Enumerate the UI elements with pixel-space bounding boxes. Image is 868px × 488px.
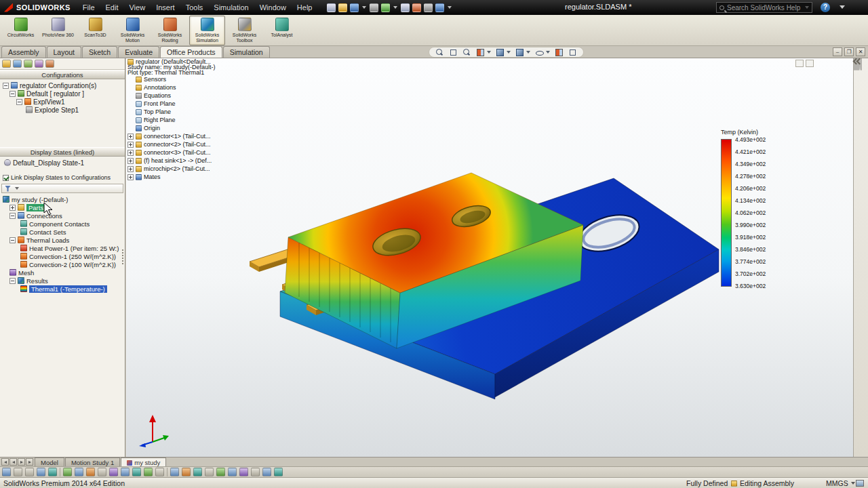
view-orientation-icon[interactable] <box>496 48 505 57</box>
doc-close-button[interactable]: ✕ <box>856 47 865 56</box>
tree-row[interactable]: (f) heat sink<1> -> (Def... <box>127 157 216 165</box>
sim-toolbar-icon[interactable] <box>182 468 191 476</box>
tree-row[interactable]: Right Plane <box>127 116 216 124</box>
study-root-row[interactable]: my study (-Default-) <box>0 195 125 203</box>
expand-icon[interactable] <box>127 142 134 148</box>
tree-row[interactable]: Origin <box>127 124 216 132</box>
sim-toolbar-icon[interactable] <box>193 468 202 476</box>
study-thermal-loads-row[interactable]: Thermal Loads <box>0 236 125 244</box>
search-dropdown-icon[interactable] <box>805 6 809 9</box>
options-dropdown-icon[interactable] <box>448 6 452 9</box>
sim-toolbar-icon[interactable] <box>109 468 118 476</box>
sim-toolbar-icon[interactable] <box>251 468 260 476</box>
sim-toolbar-icon[interactable] <box>121 468 130 476</box>
tab-my-study[interactable]: my study <box>121 458 166 466</box>
sim-toolbar-icon[interactable] <box>98 468 106 476</box>
view-settings-icon[interactable] <box>568 48 577 57</box>
expand-icon[interactable] <box>127 174 134 180</box>
display-style-dropdown-icon[interactable] <box>526 51 530 54</box>
tree-row[interactable]: microchip<2> (Tail-Cut... <box>127 165 216 173</box>
select-icon[interactable] <box>401 3 410 12</box>
collapse-icon[interactable] <box>3 83 9 89</box>
tab-layout[interactable]: Layout <box>47 46 82 58</box>
study-thermal1-row[interactable]: Thermal1 (-Temperature-) <box>0 285 125 293</box>
sim-toolbar-icon[interactable] <box>170 468 179 476</box>
sim-toolbar-icon[interactable] <box>155 468 164 476</box>
sim-toolbar-icon[interactable] <box>25 468 34 476</box>
tree-row[interactable]: Default [ regulator ] <box>0 89 125 98</box>
display-pane-toggle-icon[interactable] <box>795 60 804 67</box>
tab-assembly[interactable]: Assembly <box>1 46 46 58</box>
tree-row[interactable]: Explode Step1 <box>0 106 125 114</box>
section-dropdown-icon[interactable] <box>487 51 491 54</box>
save-dropdown-icon[interactable] <box>362 6 366 9</box>
scroll-right-icon[interactable] <box>18 458 25 466</box>
ribbon-button-tolanalyst[interactable]: TolAnalyst <box>264 16 300 45</box>
ribbon-button-solidworks-motion[interactable]: SolidWorks Motion <box>115 16 151 45</box>
link-display-states-row[interactable]: Link Display States to Configurations <box>0 174 125 182</box>
link-display-states-checkbox[interactable] <box>3 175 9 181</box>
zoom-fit-icon[interactable] <box>435 48 444 57</box>
filter-dropdown-icon[interactable] <box>15 187 19 190</box>
rebuild-icon[interactable] <box>412 3 421 12</box>
sim-toolbar-icon[interactable] <box>205 468 214 476</box>
collapse-icon[interactable] <box>9 278 16 284</box>
tree-row[interactable]: ExplView1 <box>0 98 125 106</box>
status-panel-icon[interactable] <box>856 480 864 487</box>
sim-toolbar-icon[interactable] <box>262 468 271 476</box>
tab-motion-study-1[interactable]: Motion Study 1 <box>65 458 120 466</box>
expand-icon[interactable] <box>127 150 134 156</box>
tab-sketch[interactable]: Sketch <box>82 46 117 58</box>
study-parts-row[interactable]: Parts <box>0 203 125 211</box>
titlebar-chevron-icon[interactable] <box>840 5 845 9</box>
doc-minimize-button[interactable]: – <box>833 47 842 56</box>
tab-simulation[interactable]: Simulation <box>223 46 270 58</box>
tree-filter-bar[interactable] <box>1 184 123 193</box>
menu-file[interactable]: File <box>77 1 100 14</box>
open-icon[interactable] <box>338 3 347 12</box>
tree-row[interactable]: connector<2> (Tail-Cut... <box>127 140 216 148</box>
save-icon[interactable] <box>350 3 359 12</box>
display-state-row[interactable]: Default_Display State-1 <box>0 159 125 167</box>
previous-view-icon[interactable] <box>462 48 471 57</box>
displaymanager-tab-icon[interactable] <box>45 60 54 68</box>
expand-icon[interactable] <box>127 134 134 140</box>
expand-icon[interactable] <box>127 166 134 172</box>
doc-restore-button[interactable]: ❐ <box>844 47 854 56</box>
study-mesh-row[interactable]: Mesh <box>0 268 125 277</box>
hide-show-items-icon[interactable] <box>535 48 544 57</box>
tab-model[interactable]: Model <box>35 458 64 466</box>
ribbon-button-solidworks-routing[interactable]: SolidWorks Routing <box>152 16 188 45</box>
menu-view[interactable]: View <box>123 1 151 14</box>
configurationmanager-tab-icon[interactable] <box>24 60 33 68</box>
sim-toolbar-icon[interactable] <box>239 468 248 476</box>
study-connections-row[interactable]: Connections <box>0 211 125 220</box>
sim-toolbar-icon[interactable] <box>37 468 45 476</box>
tree-row[interactable]: Top Plane <box>127 108 216 116</box>
tree-row[interactable]: connector<3> (Tail-Cut... <box>127 148 216 157</box>
study-component-contacts-row[interactable]: Component Contacts <box>0 220 125 228</box>
tree-row[interactable]: Sensors <box>127 75 216 83</box>
menu-edit[interactable]: Edit <box>100 1 124 14</box>
collapse-icon[interactable] <box>9 237 16 243</box>
expand-icon[interactable] <box>9 205 16 211</box>
collapse-icon[interactable] <box>16 99 22 105</box>
menu-tools[interactable]: Tools <box>180 1 209 14</box>
menu-simulation[interactable]: Simulation <box>208 1 254 14</box>
menu-window[interactable]: Window <box>254 1 292 14</box>
zoom-area-icon[interactable] <box>449 48 458 57</box>
hide-show-dropdown-icon[interactable] <box>546 51 550 54</box>
apply-scene-icon[interactable] <box>555 48 564 57</box>
study-convection1-row[interactable]: Convection-1 (250 W/(m^2.K)) <box>0 252 125 260</box>
tab-evaluate[interactable]: Evaluate <box>118 46 159 58</box>
graphics-viewport[interactable]: regulator (Default<Default... Study name… <box>126 58 853 457</box>
ribbon-button-circuitworks[interactable]: CircuitWorks <box>3 16 39 45</box>
tab-office-products[interactable]: Office Products <box>160 46 222 58</box>
sim-toolbar-icon[interactable] <box>228 468 237 476</box>
propertymanager-tab-icon[interactable] <box>13 60 22 68</box>
sim-toolbar-icon[interactable] <box>75 468 83 476</box>
ribbon-button-photoview-360[interactable]: PhotoView 360 <box>40 16 76 45</box>
menu-help[interactable]: Help <box>292 1 318 14</box>
print-icon[interactable] <box>370 3 378 12</box>
tree-row[interactable]: Equations <box>127 92 216 100</box>
